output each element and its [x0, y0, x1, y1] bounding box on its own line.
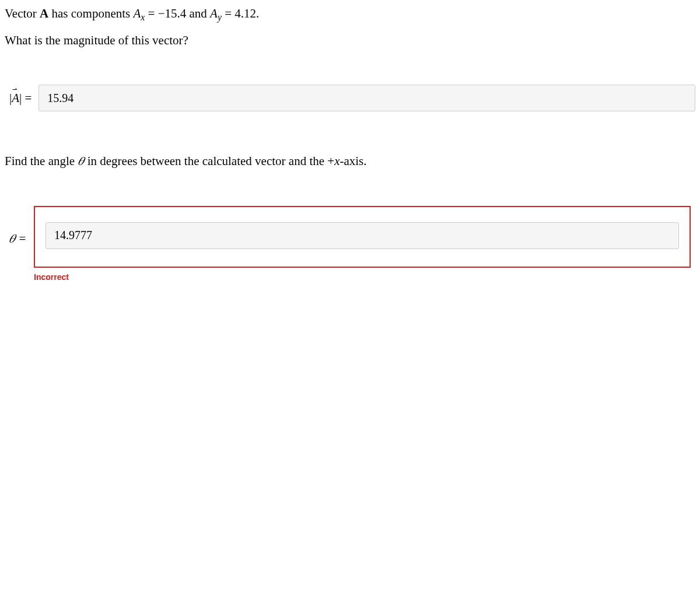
text-find-angle: Find the angle: [5, 154, 78, 168]
text-eq1: = −15.4 and: [145, 6, 210, 20]
angle-input[interactable]: [46, 222, 679, 249]
theta-eq: 𝜃 =: [9, 232, 26, 246]
magnitude-question: What is the magnitude of this vector?: [5, 33, 188, 47]
angle-question: Find the angle 𝜃 in degrees between the …: [5, 152, 695, 171]
problem-line-1: Vector A has components Ax = −15.4 and A…: [5, 5, 695, 24]
sub-y: y: [218, 12, 222, 22]
text-in-degrees: in degrees between the calculated vector…: [84, 154, 334, 168]
var-Ax: A: [133, 6, 141, 20]
magnitude-answer-row: |⇀A| =: [5, 85, 695, 111]
var-Ay: A: [210, 6, 218, 20]
magnitude-label: |⇀A| =: [9, 91, 32, 106]
text-eq2: = 4.12.: [222, 6, 259, 20]
text-vector-pre: Vector: [5, 6, 40, 20]
magnitude-input[interactable]: [38, 85, 695, 111]
problem-line-2: What is the magnitude of this vector?: [5, 31, 695, 50]
text-axis: -axis.: [340, 154, 366, 168]
angle-answer-section: 𝜃 =: [34, 206, 691, 268]
text-has-components: has components: [48, 6, 133, 20]
vec-A: ⇀A: [12, 91, 19, 106]
incorrect-box: 𝜃 =: [34, 206, 691, 268]
incorrect-feedback: Incorrect: [34, 272, 695, 282]
var-theta: 𝜃: [78, 154, 84, 168]
vector-name: A: [40, 6, 48, 20]
theta-label: 𝜃 =: [9, 232, 26, 246]
abs-close-eq: | =: [19, 91, 32, 106]
